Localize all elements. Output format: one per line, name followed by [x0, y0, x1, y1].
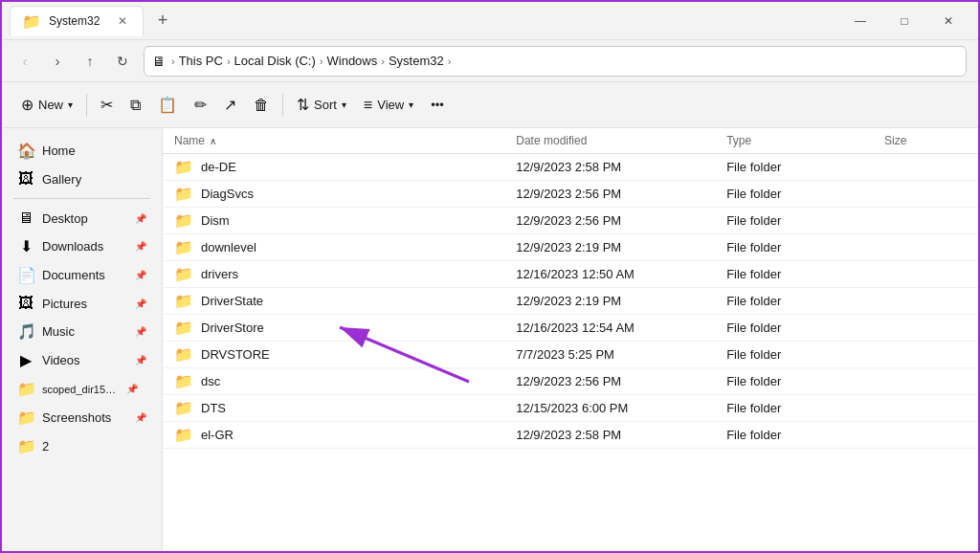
- file-type: File folder: [715, 234, 873, 261]
- music-icon: 🎵: [17, 322, 34, 341]
- up-button[interactable]: ↑: [75, 46, 105, 77]
- toolbar: ⊕ New ▾ ✂ ⧉ 📋 ✏ ↗ 🗑 ⇅ Sort ▾ ≡ View ▾ ••…: [2, 82, 978, 128]
- sidebar-item-label: Documents: [42, 268, 127, 282]
- sidebar-item-downloads[interactable]: ⬇ Downloads 📌: [6, 232, 158, 260]
- pin-icon: 📌: [135, 213, 146, 224]
- active-tab[interactable]: 📁 System32 ✕: [10, 6, 144, 36]
- minimize-button[interactable]: —: [838, 6, 882, 36]
- table-row[interactable]: 📁 DRVSTORE 7/7/2023 5:25 PM File folder: [163, 342, 978, 368]
- file-size: [873, 208, 978, 234]
- folder-icon: 📁: [17, 380, 34, 398]
- breadcrumb-local-disk[interactable]: Local Disk (C:): [234, 54, 316, 68]
- pin-icon: 📌: [135, 326, 146, 337]
- file-name: Dism: [201, 213, 230, 228]
- file-date: 12/9/2023 2:19 PM: [504, 288, 715, 315]
- share-icon: ↗: [224, 96, 236, 114]
- refresh-button[interactable]: ↻: [107, 46, 138, 77]
- rename-button[interactable]: ✏: [187, 90, 214, 121]
- forward-button[interactable]: ›: [42, 46, 73, 77]
- folder-icon: 📁: [174, 292, 193, 310]
- column-header-type[interactable]: Type: [715, 128, 873, 154]
- desktop-icon: 🖥: [17, 210, 34, 227]
- sidebar-item-2[interactable]: 📁 2: [6, 432, 158, 460]
- share-button[interactable]: ↗: [216, 90, 244, 121]
- file-pane: Name ∧ Date modified Type Size 📁 de-DE 1…: [163, 128, 978, 449]
- file-name: downlevel: [201, 240, 256, 254]
- file-name-cell: 📁 DriverStore: [163, 315, 504, 342]
- breadcrumb-sep-4: ›: [448, 55, 452, 67]
- table-row[interactable]: 📁 DriverStore 12/16/2023 12:54 AM File f…: [163, 315, 978, 342]
- table-row[interactable]: 📁 downlevel 12/9/2023 2:19 PM File folde…: [163, 234, 978, 261]
- sidebar-item-music[interactable]: 🎵 Music 📌: [6, 318, 158, 345]
- main-layout: 🏠 Home 🖼 Gallery 🖥 Desktop 📌 ⬇ Downloads…: [2, 128, 978, 553]
- new-button[interactable]: ⊕ New ▾: [13, 90, 80, 121]
- sidebar-item-desktop[interactable]: 🖥 Desktop 📌: [6, 205, 158, 232]
- copy-icon: ⧉: [130, 97, 141, 114]
- close-button[interactable]: ✕: [926, 6, 970, 36]
- cut-button[interactable]: ✂: [93, 90, 121, 121]
- sidebar-item-videos[interactable]: ▶ Videos 📌: [6, 346, 158, 374]
- new-tab-button[interactable]: +: [147, 6, 178, 36]
- paste-icon: 📋: [158, 96, 177, 114]
- table-row[interactable]: 📁 DiagSvcs 12/9/2023 2:56 PM File folder: [163, 181, 978, 208]
- view-icon: ≡: [364, 97, 372, 114]
- folder-icon: 📁: [174, 158, 193, 176]
- folder-icon: 📁: [17, 409, 34, 427]
- breadcrumb-this-pc[interactable]: This PC: [179, 54, 223, 68]
- file-date: 12/9/2023 2:19 PM: [504, 234, 715, 261]
- file-size: [873, 234, 978, 261]
- window-controls: — □ ✕: [838, 6, 970, 36]
- file-name-cell: 📁 DriverState: [163, 288, 504, 315]
- breadcrumb-system32[interactable]: System32: [389, 54, 444, 68]
- file-size: [873, 315, 978, 342]
- delete-button[interactable]: 🗑: [246, 90, 277, 121]
- file-size: [873, 422, 978, 449]
- delete-icon: 🗑: [254, 97, 269, 114]
- sidebar-item-home[interactable]: 🏠 Home: [6, 137, 158, 165]
- address-bar[interactable]: 🖥 › This PC › Local Disk (C:) › Windows …: [144, 46, 967, 77]
- file-type: File folder: [715, 208, 873, 234]
- view-button[interactable]: ≡ View ▾: [356, 90, 421, 121]
- file-type: File folder: [715, 315, 873, 342]
- tab-close-button[interactable]: ✕: [114, 12, 131, 30]
- pin-icon: 📌: [135, 299, 146, 309]
- folder-icon: 📁: [174, 426, 193, 444]
- breadcrumb-windows[interactable]: Windows: [327, 54, 378, 68]
- more-button[interactable]: •••: [423, 90, 452, 121]
- table-row[interactable]: 📁 DriverState 12/9/2023 2:19 PM File fol…: [163, 288, 978, 315]
- toolbar-divider-1: [86, 94, 87, 117]
- sidebar: 🏠 Home 🖼 Gallery 🖥 Desktop 📌 ⬇ Downloads…: [2, 128, 163, 553]
- folder-icon: 📁: [17, 437, 34, 455]
- sidebar-item-documents[interactable]: 📄 Documents 📌: [6, 261, 158, 289]
- maximize-button[interactable]: □: [882, 6, 926, 36]
- table-row[interactable]: 📁 el-GR 12/9/2023 2:58 PM File folder: [163, 422, 978, 449]
- file-pane-container: Name ∧ Date modified Type Size 📁 de-DE 1…: [163, 128, 978, 553]
- sort-button[interactable]: ⇅ Sort ▾: [289, 90, 354, 121]
- new-chevron-icon: ▾: [68, 100, 73, 110]
- videos-icon: ▶: [17, 351, 34, 369]
- file-name: dsc: [201, 374, 220, 388]
- sidebar-item-scoped[interactable]: 📁 scoped_dir1516! 📌: [6, 375, 158, 403]
- copy-button[interactable]: ⧉: [122, 90, 148, 121]
- table-row[interactable]: 📁 de-DE 12/9/2023 2:58 PM File folder: [163, 154, 978, 181]
- sidebar-item-pictures[interactable]: 🖼 Pictures 📌: [6, 290, 158, 317]
- table-row[interactable]: 📁 dsc 12/9/2023 2:56 PM File folder: [163, 368, 978, 395]
- column-header-name[interactable]: Name ∧: [163, 128, 504, 154]
- paste-button[interactable]: 📋: [150, 90, 185, 121]
- sidebar-item-gallery[interactable]: 🖼 Gallery: [6, 166, 158, 192]
- table-row[interactable]: 📁 DTS 12/15/2023 6:00 PM File folder: [163, 395, 978, 422]
- file-name: DriverStore: [201, 321, 264, 335]
- folder-icon: 📁: [174, 185, 193, 203]
- table-row[interactable]: 📁 drivers 12/16/2023 12:50 AM File folde…: [163, 261, 978, 288]
- navigation-bar: ‹ › ↑ ↻ 🖥 › This PC › Local Disk (C:) › …: [2, 40, 978, 82]
- table-header-row: Name ∧ Date modified Type Size: [163, 128, 978, 154]
- column-header-size[interactable]: Size: [873, 128, 978, 154]
- file-date: 12/16/2023 12:50 AM: [504, 261, 715, 288]
- pin-icon: 📌: [135, 241, 146, 252]
- back-button[interactable]: ‹: [10, 46, 40, 77]
- sidebar-item-screenshots[interactable]: 📁 Screenshots 📌: [6, 404, 158, 431]
- file-date: 12/9/2023 2:56 PM: [504, 181, 715, 208]
- sidebar-item-label: Home: [42, 144, 146, 158]
- column-header-date[interactable]: Date modified: [504, 128, 715, 154]
- table-row[interactable]: 📁 Dism 12/9/2023 2:56 PM File folder: [163, 208, 978, 234]
